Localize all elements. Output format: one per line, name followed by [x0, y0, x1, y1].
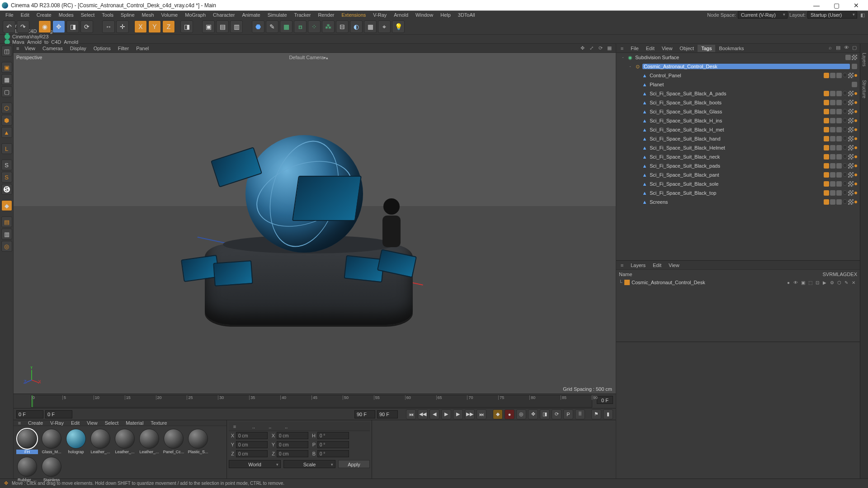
- menu-mesh[interactable]: Mesh: [138, 11, 158, 19]
- tag-area[interactable]: [824, 154, 860, 160]
- material-ball-icon[interactable]: [90, 429, 110, 449]
- rotate-tool[interactable]: ⟳: [80, 20, 93, 33]
- tree-row[interactable]: ▲Sci_Fi_Space_Suit_Black_H_met: [616, 125, 860, 134]
- menu-simulate[interactable]: Simulate: [264, 11, 291, 19]
- menu-edit[interactable]: Edit: [17, 11, 33, 19]
- tree-label[interactable]: Control_Panel: [650, 73, 822, 78]
- objects-hamburger-icon[interactable]: ≡: [618, 46, 626, 51]
- menu-select[interactable]: Select: [77, 11, 99, 19]
- tag-area[interactable]: [852, 64, 860, 69]
- environment-button[interactable]: ▦: [364, 20, 377, 33]
- menu-file[interactable]: File: [2, 11, 17, 19]
- rot-b-field[interactable]: 0 °: [317, 450, 349, 457]
- menu-3dtoall[interactable]: 3DToAll: [454, 11, 479, 19]
- coord-mode-dropdown[interactable]: Scale: [283, 460, 335, 468]
- objects-search-icon[interactable]: ⌕: [826, 45, 834, 52]
- wp-btn-1[interactable]: ▤: [1, 216, 12, 227]
- edges-mode-button[interactable]: ⬢: [1, 115, 12, 126]
- vtab-layers[interactable]: Layers: [862, 53, 867, 66]
- objects-filter-icon[interactable]: ▤: [835, 45, 842, 52]
- mat-menu-texture[interactable]: Texture: [147, 419, 170, 427]
- vp-menu-display[interactable]: Display: [66, 45, 90, 52]
- menu-mograph[interactable]: MoGraph: [181, 11, 209, 19]
- tag-area[interactable]: [824, 100, 860, 105]
- tree-row[interactable]: ▲Sci_Fi_Space_Suit_Black_A_pads: [616, 89, 860, 98]
- texture-mode-button[interactable]: ▦: [1, 74, 12, 85]
- render-region-button[interactable]: ▤: [216, 20, 229, 33]
- tag-area[interactable]: [824, 181, 860, 187]
- objects-tree[interactable]: -◉Subdivision Surface-⊙Cosmic_Astronaut_…: [616, 53, 860, 261]
- snap-button[interactable]: S: [1, 160, 12, 170]
- vtab-structure[interactable]: Structure: [862, 80, 867, 99]
- size-z-field[interactable]: 0 cm: [277, 450, 308, 457]
- mat-menu-create[interactable]: Create: [24, 419, 47, 427]
- rot-h-field[interactable]: 0 °: [317, 432, 349, 439]
- mat-menu-material[interactable]: Material: [122, 419, 147, 427]
- layout-lock-icon[interactable]: ◧: [859, 11, 866, 19]
- pos-z-field[interactable]: 0 cm: [236, 450, 268, 457]
- y-axis-toggle[interactable]: Y: [148, 20, 161, 33]
- coords-hamburger-icon[interactable]: ≡: [231, 424, 239, 429]
- vp-rotate-icon[interactable]: ⟳: [597, 45, 604, 52]
- viewport-3d[interactable]: Perspective Default Camera▾▴ Y X Z Grid …: [14, 53, 616, 394]
- material-ball-icon[interactable]: [42, 457, 61, 477]
- x-axis-toggle[interactable]: X: [134, 20, 147, 33]
- live-select-tool[interactable]: ◉: [38, 20, 51, 33]
- tree-row[interactable]: -◉Subdivision Surface: [616, 53, 860, 62]
- prev-key-button[interactable]: ◀◀: [418, 409, 428, 419]
- prev-frame-button[interactable]: ◀: [429, 409, 439, 419]
- obj-menu-tags[interactable]: Tags: [698, 45, 715, 52]
- recent-tool[interactable]: ↔: [102, 20, 115, 33]
- menu-extensions[interactable]: Extensions: [338, 11, 369, 19]
- menu-animate[interactable]: Animate: [238, 11, 264, 19]
- menu-tools[interactable]: Tools: [98, 11, 117, 19]
- tree-label[interactable]: Sci_Fi_Space_Suit_Black_H_ins: [650, 118, 822, 123]
- effector-button[interactable]: ⁂: [322, 20, 335, 33]
- obj-menu-file[interactable]: File: [627, 45, 642, 52]
- vp-menu-view[interactable]: View: [21, 45, 39, 52]
- layers-menu-view[interactable]: View: [665, 262, 683, 269]
- objects-view-icon[interactable]: 👁: [843, 45, 850, 52]
- coord-system-button[interactable]: ◨: [180, 20, 193, 33]
- material-item[interactable]: holograp: [65, 429, 87, 454]
- material-item[interactable]: Rubber_...: [16, 457, 38, 482]
- vp-zoom-icon[interactable]: ⤢: [588, 45, 595, 52]
- tree-row[interactable]: -⊙Cosmic_Astronaut_Control_Desk: [616, 62, 860, 71]
- material-item[interactable]: Leather_...: [138, 429, 160, 454]
- instance-button[interactable]: ⧈: [294, 20, 307, 33]
- deformer-button[interactable]: ◐: [350, 20, 363, 33]
- tree-row[interactable]: ▲Sci_Fi_Space_Suit_Black_pant: [616, 170, 860, 179]
- tree-label[interactable]: Sci_Fi_Space_Suit_Black_pant: [650, 172, 822, 178]
- z-axis-toggle[interactable]: Z: [162, 20, 175, 33]
- undo-button[interactable]: ↶: [3, 20, 15, 33]
- layer-color-icon[interactable]: [624, 280, 630, 285]
- goto-start-button[interactable]: ⏮: [406, 409, 416, 419]
- tree-label[interactable]: Sci_Fi_Space_Suit_Black_A_pads: [650, 91, 822, 96]
- expand-icon[interactable]: -: [628, 64, 632, 69]
- tag-area[interactable]: [824, 190, 860, 196]
- workplane-button[interactable]: ◆: [1, 200, 12, 211]
- material-ball-icon[interactable]: [115, 429, 135, 449]
- model-mode-button[interactable]: ▣: [1, 62, 12, 73]
- menu-window[interactable]: Window: [412, 11, 437, 19]
- minimize-button[interactable]: —: [807, 0, 826, 11]
- wp-btn-2[interactable]: ▥: [1, 229, 12, 239]
- tree-row[interactable]: ▲Sci_Fi_Space_Suit_Black_Helmet: [616, 143, 860, 152]
- tree-label[interactable]: Sci_Fi_Space_Suit_Black_sole: [650, 181, 822, 187]
- objects-fold-icon[interactable]: ▢: [851, 45, 858, 52]
- menu-arnold[interactable]: Arnold: [390, 11, 412, 19]
- vp-menu-filter[interactable]: Filter: [114, 45, 132, 52]
- render-view-button[interactable]: ▣: [202, 20, 215, 33]
- pen-tool-button[interactable]: ✎: [266, 20, 278, 33]
- tag-area[interactable]: [845, 55, 860, 60]
- size-y-field[interactable]: 0 cm: [277, 441, 308, 448]
- object-mode-button[interactable]: ▢: [1, 86, 12, 97]
- tree-label[interactable]: Sci_Fi_Space_Suit_Black_H_met: [650, 127, 822, 132]
- key-pos-button[interactable]: ✥: [528, 409, 538, 419]
- viewport-hamburger-icon[interactable]: ≡: [16, 46, 19, 51]
- wp-btn-3[interactable]: ◎: [1, 241, 12, 252]
- obj-menu-view[interactable]: View: [658, 45, 676, 52]
- autokey-button[interactable]: ●: [505, 409, 514, 419]
- mat-menu-vray[interactable]: V-Ray: [47, 419, 67, 427]
- size-x-field[interactable]: 0 cm: [277, 432, 308, 439]
